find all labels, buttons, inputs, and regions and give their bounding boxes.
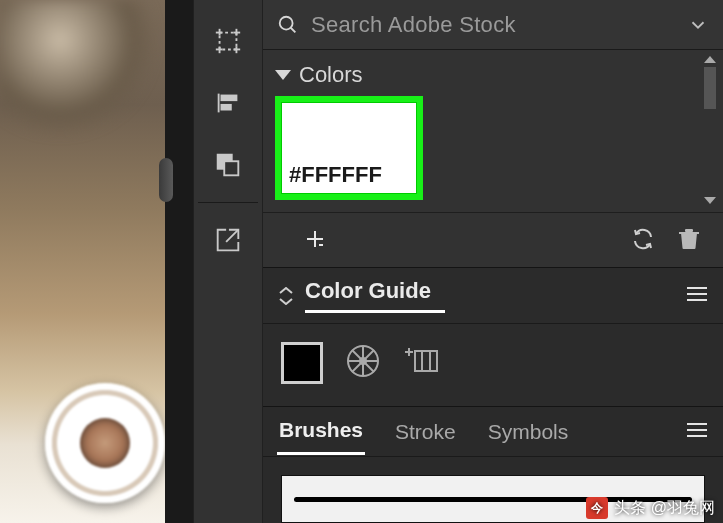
svg-line-16 bbox=[291, 27, 296, 32]
collapse-vertical-icon[interactable] bbox=[277, 287, 295, 305]
svg-rect-21 bbox=[679, 232, 699, 234]
svg-line-14 bbox=[226, 230, 238, 242]
guide-base-swatch[interactable] bbox=[281, 342, 323, 384]
tab-brushes[interactable]: Brushes bbox=[277, 408, 365, 455]
pathfinder-panel-icon[interactable] bbox=[205, 142, 251, 188]
color-wheel-icon[interactable] bbox=[345, 343, 381, 383]
watermark-text: 头条 @羽兔网 bbox=[614, 498, 715, 519]
color-grid-icon[interactable] bbox=[403, 348, 439, 378]
panel-menu-icon[interactable] bbox=[685, 285, 709, 307]
colors-section: Colors #FFFFFF bbox=[263, 50, 723, 267]
tab-stroke[interactable]: Stroke bbox=[393, 410, 458, 454]
svg-rect-20 bbox=[685, 229, 693, 232]
color-swatch-hex: #FFFFFF bbox=[289, 162, 382, 188]
canvas-scrollbar-gutter bbox=[165, 0, 193, 523]
scrollbar-handle[interactable] bbox=[159, 158, 173, 202]
svg-rect-11 bbox=[221, 105, 230, 110]
svg-point-15 bbox=[280, 16, 293, 29]
colors-section-label: Colors bbox=[299, 62, 363, 88]
search-icon bbox=[277, 14, 299, 36]
export-panel-icon[interactable] bbox=[205, 217, 251, 263]
sync-icon[interactable] bbox=[629, 225, 657, 253]
color-swatch-selected[interactable]: #FFFFFF bbox=[275, 96, 423, 200]
svg-rect-10 bbox=[221, 96, 236, 101]
panel-dock bbox=[193, 0, 263, 523]
artboard-tool-icon[interactable] bbox=[205, 18, 251, 64]
color-guide-section: Color Guide bbox=[263, 267, 723, 406]
colors-section-header[interactable]: Colors bbox=[263, 58, 723, 96]
disclosure-triangle-icon bbox=[275, 70, 291, 80]
brushes-tabs: Brushes Stroke Symbols bbox=[263, 407, 723, 457]
color-guide-header: Color Guide bbox=[263, 268, 723, 324]
right-panels: Colors #FFFFFF bbox=[263, 0, 723, 523]
colors-scrollbar[interactable] bbox=[701, 56, 719, 204]
panel-divider bbox=[198, 202, 258, 203]
chevron-down-icon[interactable] bbox=[687, 14, 709, 36]
trash-icon[interactable] bbox=[675, 225, 703, 253]
align-panel-icon[interactable] bbox=[205, 80, 251, 126]
colors-actions-row bbox=[263, 212, 723, 253]
svg-rect-13 bbox=[224, 161, 238, 175]
add-color-button[interactable] bbox=[301, 225, 329, 253]
panel-menu-icon[interactable] bbox=[685, 421, 709, 443]
svg-rect-33 bbox=[415, 351, 437, 371]
svg-rect-0 bbox=[220, 33, 237, 50]
stock-search-input[interactable] bbox=[311, 12, 687, 38]
watermark-logo: 今 bbox=[586, 497, 608, 519]
stock-search-row bbox=[263, 0, 723, 50]
document-canvas[interactable] bbox=[0, 0, 165, 523]
tab-symbols[interactable]: Symbols bbox=[486, 410, 571, 454]
watermark: 今 头条 @羽兔网 bbox=[586, 497, 715, 519]
color-guide-title: Color Guide bbox=[305, 278, 445, 313]
